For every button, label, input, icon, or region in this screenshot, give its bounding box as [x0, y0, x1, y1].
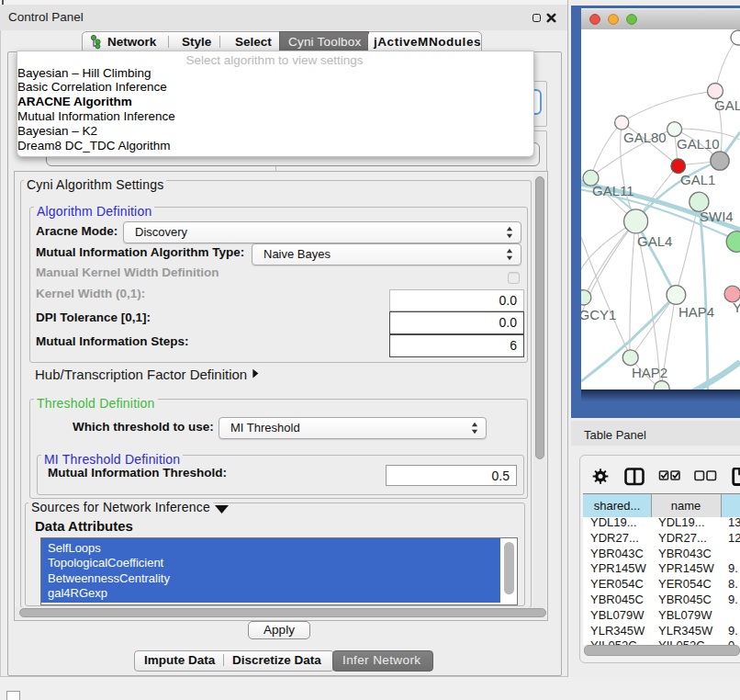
- svg-text:GAL4: GAL4: [637, 233, 672, 249]
- svg-text:GAL10: GAL10: [677, 136, 720, 152]
- svg-text:Y: Y: [733, 299, 740, 315]
- svg-text:HAP2: HAP2: [632, 365, 667, 380]
- svg-text:GCY1: GCY1: [581, 307, 616, 322]
- svg-text:GAL80: GAL80: [623, 130, 667, 145]
- svg-text:GAL11: GAL11: [592, 183, 634, 198]
- svg-text:GAL1: GAL1: [680, 172, 715, 187]
- svg-text:SWI4: SWI4: [700, 209, 734, 224]
- svg-text:GAL: GAL: [714, 97, 740, 113]
- svg-text:HAP4: HAP4: [678, 304, 714, 320]
